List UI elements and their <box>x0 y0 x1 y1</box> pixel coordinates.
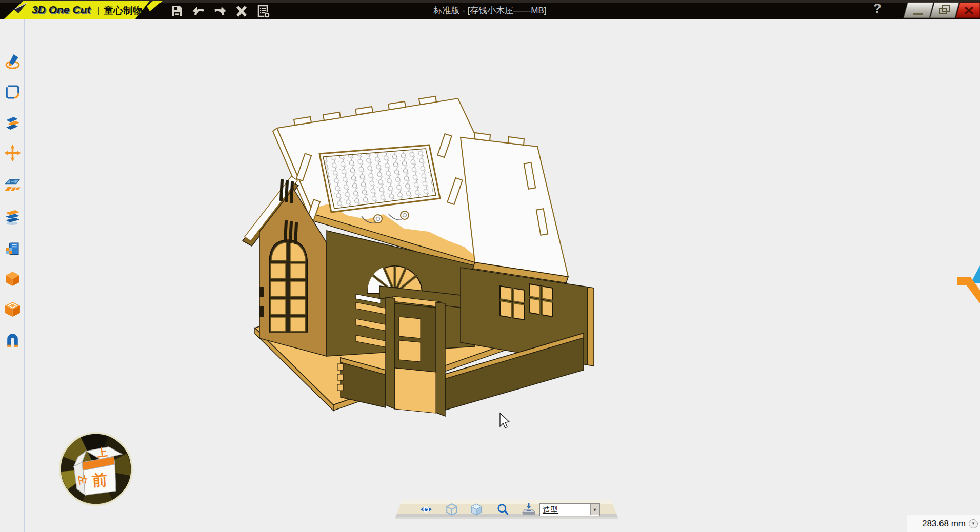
wireframe-view-icon[interactable] <box>445 503 458 516</box>
help-button[interactable]: ? <box>870 1 885 16</box>
zoom-magnifier-icon[interactable] <box>496 503 510 516</box>
package-box-icon[interactable] <box>4 300 22 318</box>
minimize-icon <box>913 13 923 15</box>
fold-bend-icon[interactable] <box>4 114 22 132</box>
wing-end-edge <box>588 287 594 366</box>
titlebar-toolbar <box>169 3 271 19</box>
logo-slash <box>147 1 163 11</box>
save-icon[interactable] <box>169 4 185 19</box>
send-to-machine-icon[interactable] <box>522 503 535 516</box>
view-cube[interactable]: 上 左 前 <box>57 431 134 507</box>
cut-list-settings-icon[interactable] <box>255 4 271 19</box>
wing-window-2 <box>529 284 553 317</box>
measurement-readout: 283.68 mm ▼ <box>907 515 980 532</box>
shaded-view-icon[interactable] <box>470 503 483 516</box>
assembly-guide-icon[interactable] <box>4 240 22 258</box>
visibility-eye-icon[interactable] <box>419 503 433 516</box>
solid-box-icon[interactable] <box>4 270 22 288</box>
window-title: 标准版 - [存钱小木屋——MB] <box>433 0 546 19</box>
app-logo: 3D One Cut 3D One Cut | 童心制物 <box>0 0 169 19</box>
viewport[interactable]: 上 左 前 <box>26 19 980 532</box>
sketch-rectangle-icon[interactable] <box>4 83 22 101</box>
mode-select-value: 造型 <box>543 505 558 515</box>
magnet-align-icon[interactable] <box>4 331 22 349</box>
mode-select[interactable]: 造型 ▼ <box>539 503 600 516</box>
roof-right-panel <box>461 133 568 283</box>
view-dock: 造型 ▼ <box>395 500 618 519</box>
brand-name: 3D One Cut <box>32 4 91 15</box>
nesting-layout-icon[interactable] <box>4 176 22 194</box>
measurement-dropdown-icon[interactable]: ▼ <box>969 519 978 528</box>
sketch-draw-icon[interactable] <box>4 53 22 71</box>
move-icon[interactable] <box>4 144 22 162</box>
redo-icon[interactable] <box>212 4 228 19</box>
view-cube-front-label[interactable]: 前 <box>91 471 108 489</box>
wing-window-1 <box>500 286 525 320</box>
titlebar: 3D One Cut 3D One Cut | 童心制物 <box>0 0 980 19</box>
brand-divider: | <box>97 6 99 15</box>
maximize-button[interactable] <box>930 3 959 18</box>
undo-icon[interactable] <box>191 4 206 19</box>
house-model[interactable] <box>243 96 594 416</box>
slice-layers-icon[interactable] <box>4 208 22 226</box>
minimize-button[interactable] <box>904 3 933 18</box>
door-floor <box>395 368 436 413</box>
brand-suffix: 童心制物 <box>104 5 143 16</box>
window-controls <box>898 0 980 19</box>
mouse-cursor <box>500 413 509 428</box>
scene-canvas <box>26 19 980 532</box>
view-cube-left-label[interactable]: 左 <box>76 474 88 485</box>
mode-select-dropdown-icon[interactable]: ▼ <box>590 504 599 515</box>
panel-toggle-arrow-icon[interactable] <box>957 265 980 303</box>
close-document-icon[interactable] <box>234 4 249 19</box>
view-cube-top-label[interactable]: 上 <box>95 446 108 459</box>
measurement-value: 283.68 mm <box>922 519 966 529</box>
tool-sidebar <box>0 19 25 532</box>
